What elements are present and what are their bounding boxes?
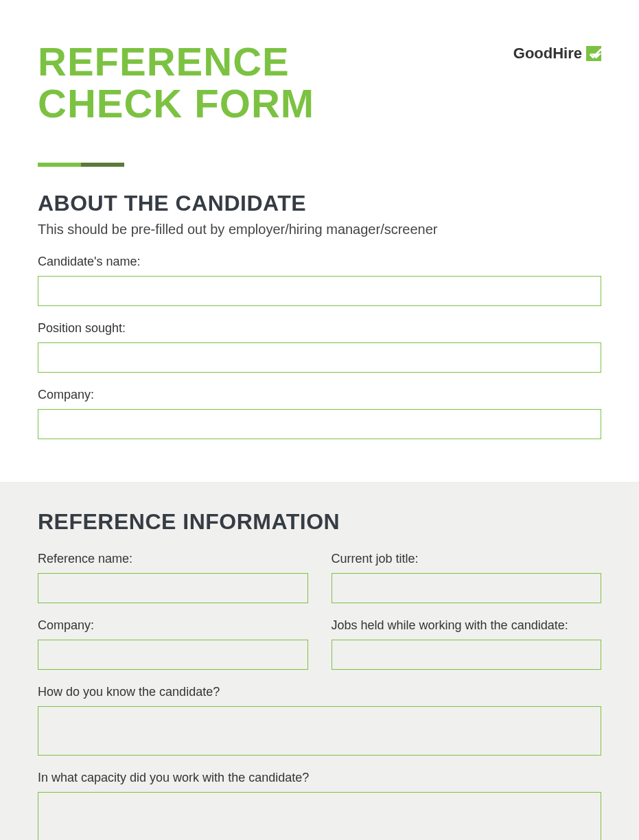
section-about-candidate: ABOUT THE CANDIDATE This should be pre-f… [0, 191, 639, 482]
page-header: REFERENCE CHECK FORM GoodHire [0, 0, 639, 145]
row-ref-name-title: Reference name: Current job title: [38, 552, 601, 618]
row-company-jobs: Company: Jobs held while working with th… [38, 618, 601, 685]
section-heading-reference: REFERENCE INFORMATION [38, 509, 601, 535]
input-reference-company[interactable] [38, 640, 308, 670]
input-jobs-held[interactable] [332, 640, 602, 670]
label-capacity: In what capacity did you work with the c… [38, 771, 601, 785]
label-jobs-held: Jobs held while working with the candida… [332, 618, 602, 633]
field-capacity: In what capacity did you work with the c… [38, 771, 601, 840]
field-how-know: How do you know the candidate? [38, 685, 601, 756]
section-heading-candidate: ABOUT THE CANDIDATE [38, 191, 601, 216]
title-line-1: REFERENCE [38, 39, 290, 84]
input-position-sought[interactable] [38, 342, 601, 373]
title-divider [38, 163, 124, 167]
title-block: REFERENCE CHECK FORM [38, 41, 513, 125]
title-line-2: CHECK FORM [38, 81, 314, 126]
input-capacity[interactable] [38, 792, 601, 840]
label-candidate-company: Company: [38, 388, 601, 402]
field-candidate-name: Candidate's name: [38, 255, 601, 306]
input-candidate-company[interactable] [38, 409, 601, 439]
input-how-know[interactable] [38, 706, 601, 756]
checkmark-icon [586, 46, 601, 61]
field-position-sought: Position sought: [38, 321, 601, 373]
field-candidate-company: Company: [38, 388, 601, 439]
label-how-know: How do you know the candidate? [38, 685, 601, 699]
label-current-title: Current job title: [332, 552, 602, 566]
input-current-title[interactable] [332, 573, 602, 603]
field-current-title: Current job title: [332, 552, 602, 603]
field-reference-name: Reference name: [38, 552, 308, 603]
label-reference-name: Reference name: [38, 552, 308, 566]
section-reference-info: REFERENCE INFORMATION Reference name: Cu… [0, 482, 639, 840]
field-reference-company: Company: [38, 618, 308, 670]
input-candidate-name[interactable] [38, 276, 601, 306]
section-subhead: This should be pre-filled out by employe… [38, 222, 601, 237]
label-candidate-name: Candidate's name: [38, 255, 601, 269]
page-title: REFERENCE CHECK FORM [38, 41, 513, 125]
brand-logo: GoodHire [513, 45, 601, 62]
label-position-sought: Position sought: [38, 321, 601, 336]
brand-text: GoodHire [513, 45, 582, 62]
divider-segment-light [38, 163, 81, 167]
field-jobs-held: Jobs held while working with the candida… [332, 618, 602, 670]
input-reference-name[interactable] [38, 573, 308, 603]
divider-segment-dark [81, 163, 124, 167]
label-reference-company: Company: [38, 618, 308, 633]
